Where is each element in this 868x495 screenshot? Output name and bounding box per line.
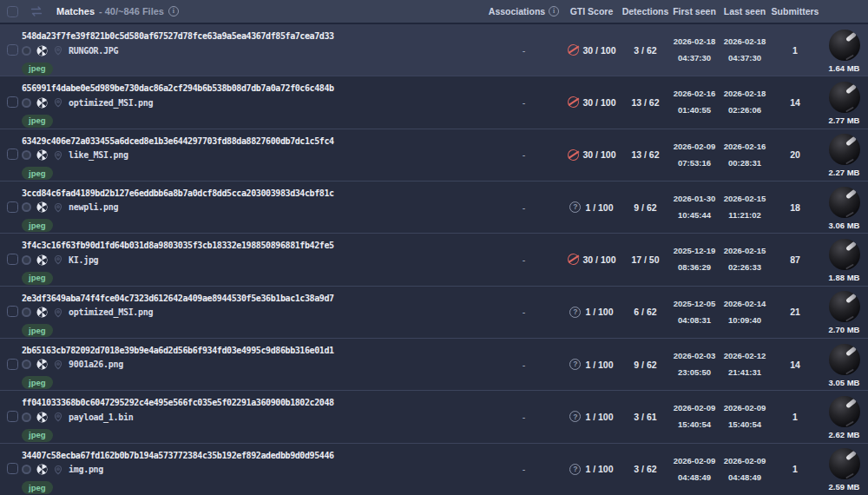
- gti-score-value: 30 / 100: [583, 254, 616, 265]
- last-seen-cell: 2026-02-15 11:21:02: [720, 193, 770, 221]
- gti-score-cell: 1 / 100: [562, 464, 621, 475]
- detections-value: 3 / 62: [621, 45, 669, 56]
- last-seen-time: 02:26:06: [728, 104, 761, 116]
- first-seen-time: 04:08:31: [678, 314, 711, 327]
- table-row[interactable]: 2b65163cb782092d7018e39b9e4a6d2d56b6f934…: [0, 338, 868, 390]
- file-name[interactable]: optimized_MSI.png: [69, 98, 153, 108]
- first-seen-cell: 2026-02-18 04:37:30: [669, 36, 720, 64]
- file-hash[interactable]: 63429c406e72a033455a6dced8e1b3e644297703…: [22, 135, 486, 148]
- globe-icon: [36, 359, 48, 370]
- file-name[interactable]: 9001a26.png: [69, 360, 123, 369]
- file-name[interactable]: RUNGOR.JPG: [69, 46, 118, 56]
- first-seen-cell: 2026-02-16 01:40:55: [669, 88, 720, 116]
- select-all-checkbox[interactable]: [7, 6, 18, 17]
- file-name[interactable]: optimized_MSI.png: [69, 307, 153, 317]
- table-row[interactable]: 656991f4dabe0e5d989be730dac86a2cf294b6b5…: [0, 76, 868, 128]
- file-thumbnail[interactable]: [829, 134, 860, 165]
- row-checkbox[interactable]: [7, 359, 18, 370]
- file-hash[interactable]: 656991f4dabe0e5d989be730dac86a2cf294b6b5…: [22, 82, 486, 95]
- threat-disc-icon: [22, 98, 31, 108]
- table-row[interactable]: ff041033368b0c6047295292c4e495e566fc035e…: [0, 390, 868, 442]
- gti-score-cell: 1 / 100: [562, 201, 621, 213]
- first-seen-time: 08:36:29: [678, 261, 711, 274]
- file-size: 2.77 MB: [829, 116, 860, 125]
- file-name-line: optimized_MSI.png: [22, 96, 486, 109]
- file-name-line: RUNGOR.JPG: [22, 44, 486, 56]
- file-size: 1.88 MB: [829, 274, 860, 282]
- table-title-group: Matches - 40/~846 Files: [56, 6, 179, 16]
- file-name-line: like_MSI.png: [22, 149, 486, 162]
- filetype-badge: jpeg: [22, 219, 53, 232]
- submitters-value: 21: [770, 307, 820, 317]
- file-hash[interactable]: 2e3df3649aba74f4fce04c7323d612642a409ae8…: [22, 293, 486, 305]
- associations-info-icon[interactable]: [549, 6, 559, 16]
- file-thumbnail[interactable]: [829, 82, 860, 113]
- file-thumbnail[interactable]: [829, 291, 860, 322]
- threat-disc-icon: [22, 150, 31, 160]
- threat-disc-icon: [22, 255, 31, 265]
- file-count: - 40/~846 Files: [99, 6, 164, 16]
- file-name-line: payload_1.bin: [22, 411, 486, 423]
- column-header-first-seen: First seen: [669, 6, 720, 16]
- submitters-value: 14: [770, 97, 820, 108]
- preview-cell: 2.77 MB: [820, 80, 868, 125]
- last-seen-cell: 2026-02-09 15:40:54: [720, 402, 770, 431]
- last-seen-time: 15:40:54: [728, 419, 761, 431]
- filetype-badge: jpeg: [22, 167, 53, 180]
- location-pin-icon: [53, 97, 63, 108]
- table-row[interactable]: 3f4c3c16f63fb90d1fd64b031d8a9803035f3cb1…: [0, 233, 868, 285]
- blocked-icon: [566, 43, 579, 56]
- associations-value: -: [486, 464, 562, 474]
- row-checkbox[interactable]: [7, 148, 18, 160]
- submitters-value: 1: [770, 464, 820, 474]
- table-row[interactable]: 63429c406e72a033455a6dced8e1b3e644297703…: [0, 129, 868, 181]
- row-checkbox[interactable]: [7, 306, 18, 317]
- file-thumbnail[interactable]: [829, 30, 860, 61]
- file-thumbnail[interactable]: [829, 239, 860, 270]
- submitters-value: 1: [770, 45, 820, 56]
- first-seen-cell: 2026-02-03 23:05:50: [669, 350, 720, 379]
- file-hash[interactable]: 3f4c3c16f63fb90d1fd64b031d8a9803035f3cb1…: [22, 240, 486, 252]
- last-seen-date: 2026-02-15: [724, 193, 766, 205]
- row-checkbox[interactable]: [7, 411, 18, 422]
- detections-value: 9 / 62: [621, 360, 669, 370]
- question-icon: [569, 359, 581, 370]
- last-seen-cell: 2026-02-18 02:26:06: [720, 88, 770, 116]
- file-name[interactable]: newpli.png: [69, 202, 118, 212]
- table-row[interactable]: 2e3df3649aba74f4fce04c7323d612642a409ae8…: [0, 286, 868, 338]
- detections-value: 13 / 62: [621, 149, 669, 160]
- file-thumbnail[interactable]: [829, 344, 860, 375]
- matches-info-icon[interactable]: [168, 6, 179, 16]
- file-name[interactable]: payload_1.bin: [69, 412, 133, 422]
- filetype-badge: jpeg: [22, 429, 53, 442]
- file-name[interactable]: like_MSI.png: [69, 150, 128, 160]
- preview-cell: 3.06 MB: [820, 185, 868, 230]
- first-seen-date: 2026-02-09: [674, 455, 716, 467]
- tag-line: jpeg: [22, 111, 486, 128]
- file-thumbnail[interactable]: [829, 448, 860, 479]
- file-hash[interactable]: 3ccd84c6fad4189bd2b127e6eddbb6a8b7a0dcf8…: [22, 188, 486, 200]
- table-row[interactable]: 34407c58ecba67fd162b0b7b194a573772384c35…: [0, 443, 868, 495]
- associations-value: -: [486, 412, 562, 422]
- first-seen-date: 2026-02-09: [674, 402, 716, 414]
- table-row[interactable]: 548da23f7fe39f821b0c5d580af67527d78fce63…: [0, 24, 868, 76]
- file-hash[interactable]: 2b65163cb782092d7018e39b9e4a6d2d56b6f934…: [22, 345, 486, 357]
- swap-arrows-icon[interactable]: [30, 4, 43, 18]
- row-checkbox[interactable]: [7, 254, 18, 265]
- gti-score-cell: 30 / 100: [562, 44, 621, 56]
- table-row[interactable]: 3ccd84c6fad4189bd2b127e6eddbb6a8b7a0dcf8…: [0, 181, 868, 233]
- row-checkbox[interactable]: [7, 201, 18, 213]
- file-name[interactable]: KI.jpg: [69, 255, 98, 265]
- gti-score-value: 1 / 100: [585, 202, 613, 213]
- file-name[interactable]: img.png: [69, 465, 103, 474]
- file-hash[interactable]: 548da23f7fe39f821b0c5d580af67527d78fce63…: [22, 30, 486, 43]
- row-checkbox[interactable]: [7, 463, 18, 474]
- first-seen-time: 10:45:44: [678, 209, 711, 221]
- last-seen-time: 04:37:30: [728, 52, 761, 64]
- file-thumbnail[interactable]: [829, 396, 860, 427]
- file-hash[interactable]: ff041033368b0c6047295292c4e495e566fc035e…: [22, 397, 486, 409]
- row-checkbox[interactable]: [7, 96, 18, 108]
- file-hash[interactable]: 34407c58ecba67fd162b0b7b194a573772384c35…: [22, 450, 486, 462]
- row-checkbox[interactable]: [7, 44, 18, 56]
- file-thumbnail[interactable]: [829, 187, 860, 218]
